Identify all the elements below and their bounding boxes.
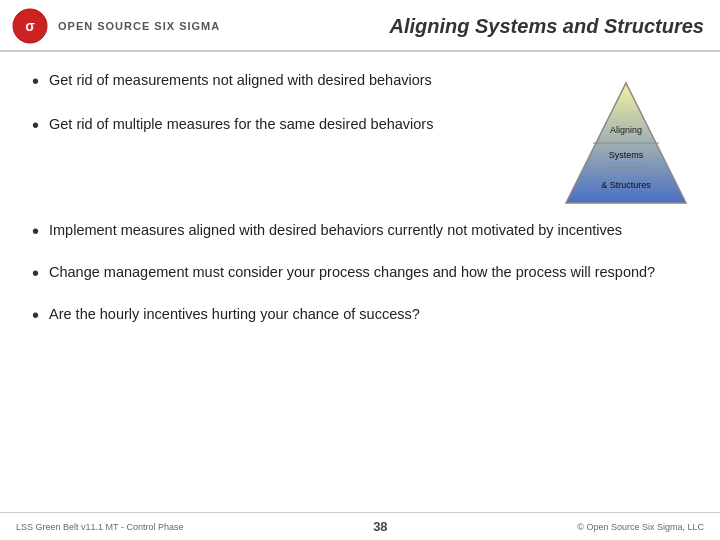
svg-text:& Structures: & Structures: [601, 180, 651, 190]
bullet-text: Are the hourly incentives hurting your c…: [49, 304, 696, 325]
pyramid-diagram: Aligning Systems & Structures: [561, 78, 691, 208]
list-item: • Get rid of multiple measures for the s…: [32, 114, 546, 140]
header: σ OPEN SOURCE SIX SIGMA Aligning Systems…: [0, 0, 720, 52]
list-item: • Get rid of measurements not aligned wi…: [32, 70, 546, 96]
footer-left-text: LSS Green Belt v11.1 MT - Control Phase: [16, 522, 183, 532]
lower-section: • Implement measures aligned with desire…: [0, 218, 720, 356]
logo-icon: σ: [12, 8, 48, 44]
bullet-dot: •: [32, 67, 39, 96]
page-title: Aligning Systems and Structures: [389, 15, 704, 38]
top-bullets: • Get rid of measurements not aligned wi…: [32, 70, 546, 208]
bullet-dot: •: [32, 259, 39, 288]
bullet-dot: •: [32, 111, 39, 140]
header-left: σ OPEN SOURCE SIX SIGMA: [12, 8, 220, 44]
bullet-text: Get rid of measurements not aligned with…: [49, 70, 546, 91]
bullet-text: Change management must consider your pro…: [49, 262, 696, 283]
triangle-area: Aligning Systems & Structures: [556, 70, 696, 208]
svg-text:Systems: Systems: [609, 150, 644, 160]
main-top: • Get rid of measurements not aligned wi…: [0, 52, 720, 218]
footer-right-text: © Open Source Six Sigma, LLC: [577, 522, 704, 532]
svg-text:Aligning: Aligning: [610, 125, 642, 135]
list-item: • Change management must consider your p…: [32, 262, 696, 288]
bullet-text: Implement measures aligned with desired …: [49, 220, 696, 241]
bullet-dot: •: [32, 301, 39, 330]
bullet-text: Get rid of multiple measures for the sam…: [49, 114, 546, 135]
footer: LSS Green Belt v11.1 MT - Control Phase …: [0, 512, 720, 540]
svg-text:σ: σ: [25, 18, 35, 34]
bullet-dot: •: [32, 217, 39, 246]
list-item: • Implement measures aligned with desire…: [32, 220, 696, 246]
list-item: • Are the hourly incentives hurting your…: [32, 304, 696, 330]
org-name: OPEN SOURCE SIX SIGMA: [58, 20, 220, 32]
page-number: 38: [373, 519, 387, 534]
